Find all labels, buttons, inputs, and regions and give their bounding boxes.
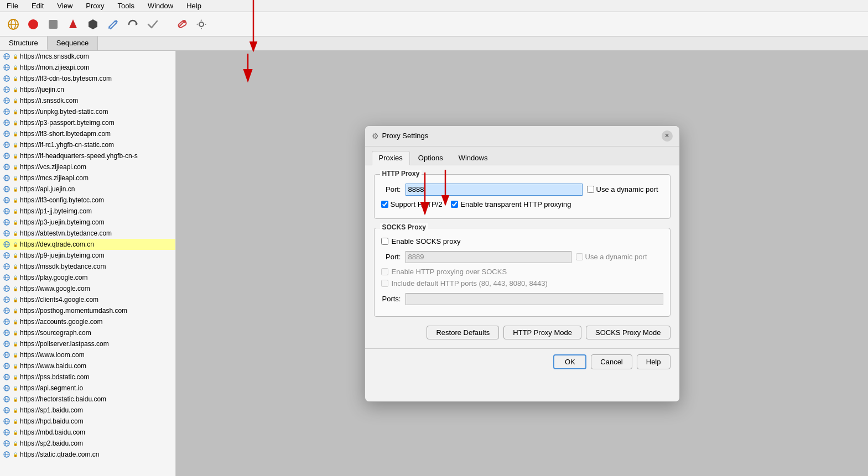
- sidebar-item[interactable]: 🔒https://hpd.baidu.com: [0, 416, 175, 427]
- http-over-socks-checkbox[interactable]: [381, 268, 388, 275]
- sidebar-item[interactable]: 🔒https://api.segment.io: [0, 383, 175, 394]
- restore-defaults-button[interactable]: Restore Defaults: [427, 326, 499, 339]
- sidebar-item[interactable]: 🔒https://juejin.cn: [0, 84, 175, 95]
- sidebar-item[interactable]: 🔒https://www.baidu.com: [0, 360, 175, 372]
- sidebar-item[interactable]: 🔒https://www.google.com: [0, 283, 175, 294]
- sidebar-item[interactable]: 🔒https://sp1.baidu.com: [0, 405, 175, 416]
- socks-proxy-mode-button[interactable]: SOCKS Proxy Mode: [586, 326, 671, 339]
- sidebar-item[interactable]: 🔒https://clients4.google.com: [0, 294, 175, 305]
- include-default-ports-checkbox[interactable]: [381, 280, 388, 287]
- sidebar-item-label: https://lf-rc1.yhgfb-cn-static.com: [20, 141, 114, 149]
- lock-icon: 🔒: [12, 307, 19, 314]
- menu-file[interactable]: File: [4, 1, 20, 11]
- check-button[interactable]: [144, 15, 162, 33]
- sidebar-item[interactable]: 🔒https://static.qtrade.com.cn: [0, 449, 175, 460]
- lock-icon: 🔒: [12, 440, 19, 447]
- menu-view[interactable]: View: [55, 1, 75, 11]
- sidebar-item[interactable]: 🔒https://mcs.snssdk.com: [0, 51, 175, 62]
- tab-structure[interactable]: Structure: [0, 36, 48, 50]
- sidebar-item-label: https://mssdk.bytedance.com: [20, 263, 106, 270]
- sidebar-item[interactable]: 🔒https://p3-juejin.byteimg.com: [0, 217, 175, 228]
- wrench-button[interactable]: [173, 15, 190, 33]
- http-port-label: Port:: [381, 185, 401, 193]
- sidebar-item[interactable]: 🔒https://posthog.momentumdash.com: [0, 305, 175, 316]
- sidebar-item-label: https://static.qtrade.com.cn: [20, 451, 99, 458]
- http-dynamic-port-checkbox[interactable]: [587, 186, 594, 193]
- tab-sequence[interactable]: Sequence: [48, 36, 98, 50]
- dialog-tab-windows[interactable]: Windows: [451, 151, 495, 165]
- sidebar-item[interactable]: 🔒https://lf3-short.lbytedapm.com: [0, 128, 175, 139]
- gear-button[interactable]: [193, 15, 210, 33]
- help-button[interactable]: Help: [637, 354, 671, 369]
- dialog-tab-proxies[interactable]: Proxies: [372, 151, 410, 165]
- sidebar-item[interactable]: 🔒https://dev.qtrade.com.cn: [0, 239, 175, 250]
- sidebar-item[interactable]: 🔒https://p1-jj.byteimg.com: [0, 206, 175, 217]
- socks-ports-input[interactable]: [406, 293, 663, 305]
- sidebar-item[interactable]: 🔒https://sp2.baidu.com: [0, 438, 175, 449]
- sidebar-item[interactable]: 🔒https://unpkg.byted-static.com: [0, 106, 175, 117]
- browse-button[interactable]: [4, 15, 22, 33]
- sidebar-item[interactable]: 🔒https://vcs.zijieapi.com: [0, 161, 175, 172]
- socks-port-input[interactable]: [406, 251, 571, 263]
- support-http2-checkbox[interactable]: [381, 201, 388, 208]
- globe-icon: [2, 428, 11, 437]
- menu-help[interactable]: Help: [184, 1, 204, 11]
- sidebar-item[interactable]: 🔒https://p9-juejin.byteimg.com: [0, 250, 175, 261]
- sidebar-item[interactable]: 🔒https://abtestvn.bytedance.com: [0, 228, 175, 239]
- sidebar-item[interactable]: 🔒https://lf-headquarters-speed.yhgfb-cn-…: [0, 150, 175, 161]
- menu-tools[interactable]: Tools: [116, 1, 137, 11]
- pencil-button[interactable]: [104, 15, 122, 33]
- lock-icon: 🔒: [12, 153, 19, 159]
- sidebar-item[interactable]: 🔒https://mssdk.bytedance.com: [0, 261, 175, 272]
- sidebar-item[interactable]: 🔒https://i.snssdk.com: [0, 95, 175, 106]
- sidebar-item[interactable]: 🔒https://pollserver.lastpass.com: [0, 338, 175, 349]
- dialog-tab-options[interactable]: Options: [411, 151, 450, 165]
- lock-icon: 🔒: [12, 429, 19, 436]
- menu-edit[interactable]: Edit: [29, 1, 46, 11]
- refresh-button[interactable]: [124, 15, 142, 33]
- lock-icon: 🔒: [12, 329, 19, 336]
- hexagon-button[interactable]: [84, 15, 102, 33]
- enable-socks-checkbox[interactable]: [381, 238, 388, 245]
- intercept-button[interactable]: [64, 15, 82, 33]
- sidebar-item[interactable]: 🔒https://mbd.baidu.com: [0, 427, 175, 438]
- http-port-input[interactable]: [406, 184, 583, 196]
- sidebar-item-label: https://hectorstatic.baidu.com: [20, 395, 106, 403]
- http-proxy-mode-button[interactable]: HTTP Proxy Mode: [503, 326, 581, 339]
- sidebar-item[interactable]: 🔒https://accounts.google.com: [0, 316, 175, 327]
- globe-icon: [2, 339, 11, 348]
- sidebar-item[interactable]: 🔒https://lf-rc1.yhgfb-cn-static.com: [0, 139, 175, 150]
- globe-icon: [2, 140, 11, 149]
- menu-window[interactable]: Window: [145, 1, 175, 11]
- cancel-button[interactable]: Cancel: [591, 354, 632, 369]
- sidebar-item[interactable]: 🔒https://www.loom.com: [0, 349, 175, 360]
- globe-icon: [2, 118, 11, 127]
- sidebar-item[interactable]: 🔒https://api.juejin.cn: [0, 184, 175, 195]
- ok-button[interactable]: OK: [553, 354, 586, 369]
- svg-rect-4: [49, 20, 58, 29]
- http-dynamic-port-label: Use a dynamic port: [596, 185, 658, 193]
- stop-button[interactable]: [44, 15, 62, 33]
- sidebar-item-label: https://www.loom.com: [20, 351, 85, 359]
- include-default-ports-label: Include default HTTP ports (80, 443, 808…: [392, 279, 548, 287]
- sidebar-item[interactable]: 🔒https://lf3-config.bytetcc.com: [0, 195, 175, 206]
- globe-icon: [2, 229, 11, 238]
- sidebar-item[interactable]: 🔒https://hectorstatic.baidu.com: [0, 394, 175, 405]
- globe-icon: [2, 262, 11, 271]
- sidebar-item[interactable]: 🔒https://mcs.zijieapi.com: [0, 172, 175, 184]
- dialog-close-button[interactable]: ✕: [662, 130, 673, 142]
- sidebar-item-label: https://p3-passport.byteimg.com: [20, 119, 115, 127]
- sidebar-item[interactable]: 🔒https://sourcegraph.com: [0, 327, 175, 338]
- transparent-proxy-checkbox[interactable]: [451, 201, 458, 208]
- sidebar-item[interactable]: 🔒https://p3-passport.byteimg.com: [0, 117, 175, 128]
- socks-dynamic-port-checkbox[interactable]: [576, 253, 583, 260]
- record-button[interactable]: [24, 15, 42, 33]
- lock-icon: 🔒: [12, 197, 19, 203]
- sidebar-item[interactable]: 🔒https://play.google.com: [0, 272, 175, 283]
- lock-icon: 🔒: [12, 164, 19, 170]
- socks-proxy-section: SOCKS Proxy Enable SOCKS proxy Port:: [374, 228, 671, 317]
- sidebar-item[interactable]: 🔒https://pss.bdstatic.com: [0, 372, 175, 383]
- sidebar-item[interactable]: 🔒https://mon.zijieapi.com: [0, 62, 175, 73]
- menu-proxy[interactable]: Proxy: [84, 1, 106, 11]
- sidebar-item[interactable]: 🔒https://lf3-cdn-tos.bytescm.com: [0, 73, 175, 84]
